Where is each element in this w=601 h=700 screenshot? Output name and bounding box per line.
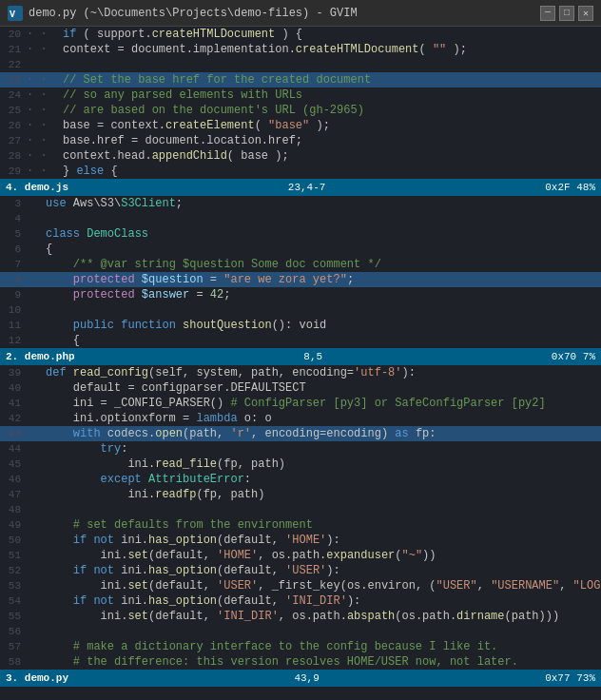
- table-row: 54 if not ini.has_option(default, 'INI_D…: [0, 593, 601, 609]
- pane-py-filename: 3. demo.py: [6, 672, 68, 684]
- line-content: // are based on the document's URL (gh-2…: [48, 104, 601, 117]
- pane-py-percent: 0x77 73%: [545, 672, 595, 684]
- line-content: # the difference: this version resolves …: [44, 655, 601, 669]
- table-row: 20 · · if ( support.createHTMLDocument )…: [0, 27, 601, 42]
- line-dot: · ·: [27, 73, 48, 87]
- pane-js: 20 · · if ( support.createHTMLDocument )…: [0, 27, 601, 196]
- code-lines-js[interactable]: 20 · · if ( support.createHTMLDocument )…: [0, 27, 601, 179]
- line-number: 22: [0, 59, 27, 70]
- pane-js-percent: 0x2F 48%: [545, 182, 595, 193]
- line-dot: · ·: [27, 88, 48, 102]
- line-content: ini.set(default, 'HOME', os.path.expandu…: [44, 549, 601, 562]
- line-dot: · ·: [27, 165, 48, 178]
- line-number: 51: [0, 550, 27, 561]
- pane-js-filename: 4. demo.js: [6, 182, 68, 193]
- line-number: 53: [0, 580, 27, 592]
- table-row: 3 use Aws\S3\S3Client;: [0, 196, 601, 211]
- code-lines-php[interactable]: 3 use Aws\S3\S3Client; 4 5 class DemoCla…: [0, 196, 601, 348]
- line-content: ini.read_file(fp, path): [44, 457, 601, 471]
- line-content: public function shoutQuestion(): void: [44, 319, 601, 332]
- line-content: except AttributeError:: [44, 473, 601, 486]
- table-row: 57 # make a dictionary interface to the …: [0, 639, 601, 654]
- line-number: 26: [0, 120, 27, 131]
- table-row: 22: [0, 57, 601, 72]
- line-content: if not ini.has_option(default, 'USER'):: [44, 564, 601, 577]
- table-row: 46 except AttributeError:: [0, 472, 601, 487]
- line-content: class DemoClass: [44, 227, 601, 241]
- line-number: 39: [0, 367, 27, 379]
- line-number: 48: [0, 504, 27, 515]
- line-number: 9: [0, 289, 27, 301]
- table-row: 47 ini.readfp(fp, path): [0, 487, 601, 502]
- table-row: 41 ini = _CONFIG_PARSER() # ConfigParser…: [0, 396, 601, 411]
- table-row: 43 with codecs.open(path, 'r', encoding=…: [0, 426, 601, 441]
- line-number: 58: [0, 656, 27, 668]
- line-number: 24: [0, 89, 27, 101]
- line-number: 47: [0, 489, 27, 500]
- table-row: 7 /** @var string $question Some doc com…: [0, 257, 601, 272]
- table-row: 21 · · context = document.implementation…: [0, 42, 601, 57]
- table-row: 9 protected $answer = 42;: [0, 287, 601, 302]
- line-number: 40: [0, 382, 27, 394]
- table-row: 25 · · // are based on the document's UR…: [0, 103, 601, 118]
- line-dot: · ·: [27, 104, 48, 117]
- line-content: # set defaults from the environment: [44, 518, 601, 532]
- line-number: 56: [0, 626, 27, 637]
- line-content: protected $question = "are we zora yet?"…: [44, 273, 601, 286]
- line-number: 29: [0, 165, 27, 177]
- maximize-button[interactable]: □: [559, 6, 574, 21]
- line-content: ini.readfp(fp, path): [44, 488, 601, 501]
- pane-js-position: 23,4-7: [288, 182, 326, 193]
- line-content: } else {: [48, 165, 601, 178]
- minimize-button[interactable]: ─: [540, 6, 555, 21]
- table-row: 58 # the difference: this version resolv…: [0, 654, 601, 670]
- line-content: ini.set(default, 'USER', _first_key(os.e…: [44, 579, 601, 593]
- line-number: 50: [0, 535, 27, 546]
- line-number: 27: [0, 135, 27, 146]
- line-number: 10: [0, 304, 27, 316]
- line-number: 28: [0, 150, 27, 162]
- line-content: base.href = document.location.href;: [48, 134, 601, 147]
- window-title: demo.py (~\Documents\Projects\demo-files…: [29, 7, 358, 20]
- line-content: ini = _CONFIG_PARSER() # ConfigParser [p…: [44, 397, 601, 410]
- line-number: 20: [0, 29, 27, 40]
- line-content: if not ini.has_option(default, 'HOME'):: [44, 534, 601, 547]
- table-row: 48: [0, 502, 601, 517]
- line-content: if not ini.has_option(default, 'INI_DIR'…: [44, 594, 601, 608]
- pane-js-statusbar: 4. demo.js 23,4-7 0x2F 48%: [0, 179, 601, 196]
- table-row: 45 ini.read_file(fp, path): [0, 457, 601, 472]
- editor-area: 20 · · if ( support.createHTMLDocument )…: [0, 27, 601, 700]
- line-dot: · ·: [27, 149, 48, 163]
- line-content: protected $answer = 42;: [44, 288, 601, 301]
- table-row: 10: [0, 302, 601, 318]
- pane-php-percent: 0x70 7%: [552, 351, 595, 362]
- line-content: base = context.createElement( "base" );: [48, 119, 601, 132]
- line-number: 45: [0, 458, 27, 470]
- line-number: 7: [0, 259, 27, 270]
- line-content: {: [44, 243, 601, 256]
- app-icon: V: [8, 6, 23, 21]
- table-row: 4: [0, 211, 601, 226]
- line-content: {: [44, 334, 601, 347]
- table-row: 12 {: [0, 333, 601, 348]
- code-lines-py[interactable]: 39 def read_config(self, system, path, e…: [0, 365, 601, 670]
- line-number: 23: [0, 74, 27, 86]
- pane-py-statusbar: 3. demo.py 43,9 0x77 73%: [0, 670, 601, 687]
- table-row: 11 public function shoutQuestion(): void: [0, 318, 601, 333]
- line-number: 21: [0, 44, 27, 55]
- table-row: 5 class DemoClass: [0, 226, 601, 242]
- line-content: try:: [44, 442, 601, 456]
- table-row: 50 if not ini.has_option(default, 'HOME'…: [0, 533, 601, 548]
- table-row: 56: [0, 624, 601, 639]
- title-bar-controls[interactable]: ─ □ ✕: [540, 6, 593, 21]
- line-number: 3: [0, 198, 27, 209]
- table-row: 26 · · base = context.createElement( "ba…: [0, 118, 601, 133]
- line-dot: · ·: [27, 119, 48, 132]
- close-button[interactable]: ✕: [578, 6, 593, 21]
- line-number: 57: [0, 641, 27, 652]
- line-dot: · ·: [27, 43, 48, 56]
- title-bar-left: V demo.py (~\Documents\Projects\demo-fil…: [8, 6, 358, 21]
- table-row: 53 ini.set(default, 'USER', _first_key(o…: [0, 578, 601, 593]
- line-number: 12: [0, 335, 27, 346]
- line-content: ini.set(default, 'INI_DIR', os.path.absp…: [44, 610, 601, 623]
